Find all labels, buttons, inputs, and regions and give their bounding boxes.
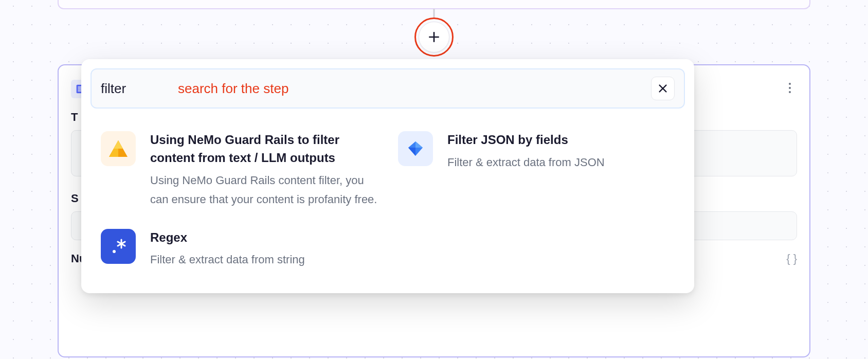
svg-marker-13 xyxy=(114,140,123,149)
clear-search-button[interactable] xyxy=(651,77,675,100)
regex-icon xyxy=(101,229,136,264)
svg-marker-16 xyxy=(408,148,415,156)
svg-point-17 xyxy=(113,250,116,253)
add-step-button[interactable] xyxy=(414,17,454,57)
result-filter-json[interactable]: Filter JSON by fields Filter & extract d… xyxy=(398,131,675,209)
result-description: Filter & extract data from JSON xyxy=(447,153,675,172)
pyramid-icon xyxy=(101,131,136,166)
result-nemo-guardrails[interactable]: Using NeMo Guard Rails to filter content… xyxy=(101,131,377,209)
svg-rect-5 xyxy=(78,91,81,92)
kebab-menu[interactable] xyxy=(783,81,797,95)
result-title: Regex xyxy=(150,229,377,247)
step-search-popover: search for the step Using NeMo Guard Rai… xyxy=(81,59,694,293)
previous-step-card xyxy=(58,0,810,9)
diamond-icon xyxy=(398,131,433,166)
result-title: Filter JSON by fields xyxy=(447,131,675,149)
result-title: Using NeMo Guard Rails to filter content… xyxy=(150,131,377,167)
svg-marker-15 xyxy=(415,141,423,148)
result-regex[interactable]: Regex Filter & extract data from string xyxy=(101,229,377,270)
result-description: Using NeMo Guard Rails content filter, y… xyxy=(150,171,377,209)
search-row: search for the step xyxy=(91,68,685,109)
search-annotation: search for the step xyxy=(178,81,288,97)
results-grid: Using NeMo Guard Rails to filter content… xyxy=(91,109,685,284)
plus-icon xyxy=(427,30,441,44)
result-description: Filter & extract data from string xyxy=(150,250,377,270)
braces-icon[interactable]: { } xyxy=(786,252,797,265)
close-icon xyxy=(657,83,668,94)
search-input[interactable] xyxy=(101,81,178,97)
add-step-inner xyxy=(419,22,449,52)
